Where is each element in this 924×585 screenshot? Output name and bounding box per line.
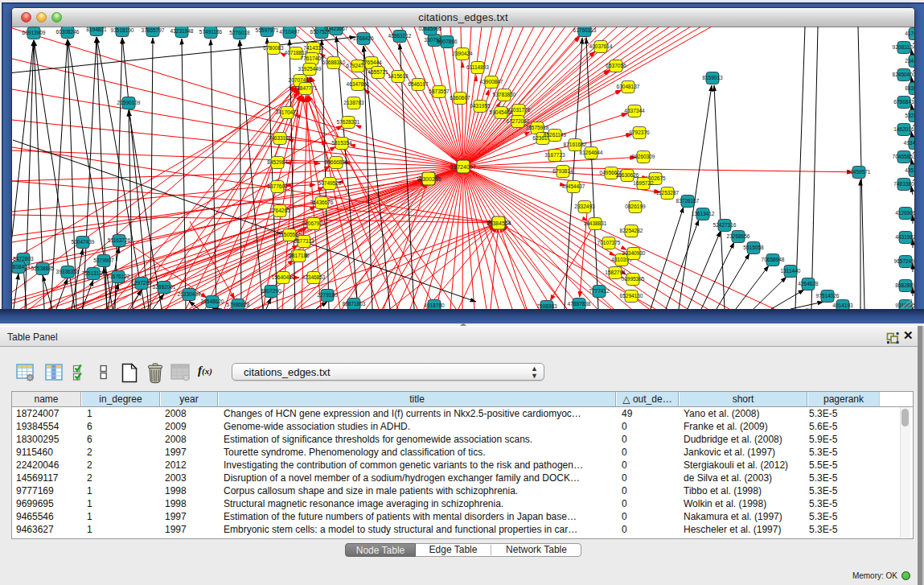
svg-text:52427316: 52427316 [713,222,737,228]
svg-text:8452984: 8452984 [267,159,288,165]
svg-text:2332493: 2332493 [574,204,595,209]
svg-text:1311440: 1311440 [781,268,801,274]
svg-text:13613412: 13613412 [692,211,715,216]
svg-text:6537056: 6537056 [606,63,626,68]
svg-text:82254282: 82254282 [620,228,643,233]
svg-text:37865797: 37865797 [142,27,165,33]
svg-text:4264628: 4264628 [798,281,819,286]
svg-text:4710497: 4710497 [279,29,300,35]
svg-text:57628331: 57628331 [337,119,360,125]
svg-text:60913909: 60913909 [23,30,46,35]
svg-text:55597971: 55597971 [256,27,279,33]
svg-text:75513137: 75513137 [82,270,105,276]
svg-text:82450400: 82450400 [893,72,914,77]
svg-text:40037614: 40037614 [589,43,613,49]
svg-text:01995305: 01995305 [622,276,645,282]
svg-text:6546107: 6546107 [408,81,429,87]
svg-text:18724007: 18724007 [450,164,475,170]
svg-text:02067970: 02067970 [302,220,326,226]
svg-text:35575918: 35575918 [526,125,549,130]
svg-text:09260309: 09260309 [632,154,655,159]
svg-text:83726167: 83726167 [676,198,700,204]
svg-text:9792376: 9792376 [629,130,650,135]
svg-text:51163726: 51163726 [108,237,131,243]
svg-text:20340930: 20340930 [622,250,646,256]
svg-text:43231948: 43231948 [170,28,194,34]
svg-text:42346853: 42346853 [302,274,326,280]
svg-text:57491186: 57491186 [199,29,223,35]
svg-text:4352056: 4352056 [905,167,914,173]
svg-text:52538885: 52538885 [31,266,55,271]
svg-text:2817180: 2817180 [289,253,310,258]
svg-text:43900847: 43900847 [480,79,503,84]
svg-text:0826199: 0826199 [625,204,646,209]
svg-text:2138783: 2138783 [343,100,364,105]
svg-text:5326502: 5326502 [905,113,914,118]
svg-text:74847771: 74847771 [294,85,318,91]
svg-text:49340722: 49340722 [904,140,914,146]
svg-text:51676122: 51676122 [107,274,130,279]
svg-text:77617409: 77617409 [301,56,324,61]
svg-text:3167723: 3167723 [544,152,565,158]
svg-text:19384554: 19384554 [486,220,511,226]
svg-text:91031776: 91031776 [507,107,531,113]
svg-text:02685995: 02685995 [419,27,442,31]
svg-text:4014193: 4014193 [832,303,853,308]
svg-text:4655721: 4655721 [368,69,388,75]
svg-text:63048137: 63048137 [617,84,640,89]
svg-text:70107375: 70107375 [598,240,621,245]
svg-text:11253287: 11253287 [656,190,680,196]
svg-text:36630626: 36630626 [616,172,639,178]
svg-text:6786843: 6786843 [893,99,914,105]
svg-text:31925449: 31925449 [298,66,322,72]
svg-text:4018780: 4018780 [424,303,445,308]
svg-text:2390424: 2390424 [452,51,473,56]
svg-text:70455853: 70455853 [893,154,914,159]
svg-text:62459571: 62459571 [848,169,871,175]
svg-text:40718818: 40718818 [285,50,308,56]
svg-text:39336338: 39336338 [56,269,80,274]
svg-text:20707413: 20707413 [289,77,312,83]
svg-text:4431982: 4431982 [895,234,914,240]
svg-text:2765444: 2765444 [361,60,382,65]
svg-text:21590109: 21590109 [117,100,141,105]
svg-text:4337344: 4337344 [624,108,645,113]
svg-text:30666836: 30666836 [325,159,348,165]
svg-text:8194821: 8194821 [86,27,107,32]
svg-text:70658948: 70658948 [762,257,785,262]
svg-text:93518190: 93518190 [111,27,134,33]
svg-text:8682889: 8682889 [895,282,914,288]
svg-text:5276018: 5276018 [229,30,250,35]
svg-text:0297299: 0297299 [131,280,152,286]
svg-text:2279180: 2279180 [317,292,338,298]
svg-text:92083124: 92083124 [893,44,914,50]
svg-text:7483380: 7483380 [893,181,914,187]
svg-text:18300295: 18300295 [416,176,441,182]
svg-text:49454437: 49454437 [562,183,585,189]
svg-text:6877313: 6877313 [294,238,314,244]
svg-text:1462016: 1462016 [893,126,914,132]
svg-text:65294130: 65294130 [620,293,643,299]
svg-text:85261149: 85261149 [544,132,567,138]
svg-text:5377602: 5377602 [267,183,288,189]
svg-text:7777412: 7777412 [589,288,610,294]
svg-text:4126906: 4126906 [895,210,914,216]
svg-text:47887838: 47887838 [568,301,591,307]
svg-text:23268656: 23268656 [727,233,750,239]
svg-text:6793814: 6793814 [552,168,573,174]
svg-text:57986828: 57986828 [227,302,250,307]
svg-text:50749528: 50749528 [318,180,342,186]
svg-text:8807290: 8807290 [261,288,281,294]
svg-text:81264644: 81264644 [580,150,603,155]
svg-text:5815354: 5815354 [331,140,352,146]
svg-text:16438831: 16438831 [584,220,607,226]
svg-text:7598983: 7598983 [536,303,557,309]
svg-text:5472803: 5472803 [13,256,34,262]
svg-text:2344834: 2344834 [905,58,914,64]
svg-text:53783830: 53783830 [493,92,516,97]
svg-text:7414333: 7414333 [303,45,324,51]
svg-text:03423667: 03423667 [325,27,348,31]
svg-text:5515058: 5515058 [743,245,764,250]
svg-text:39548620: 39548620 [201,299,224,304]
svg-text:8159013: 8159013 [702,75,723,80]
